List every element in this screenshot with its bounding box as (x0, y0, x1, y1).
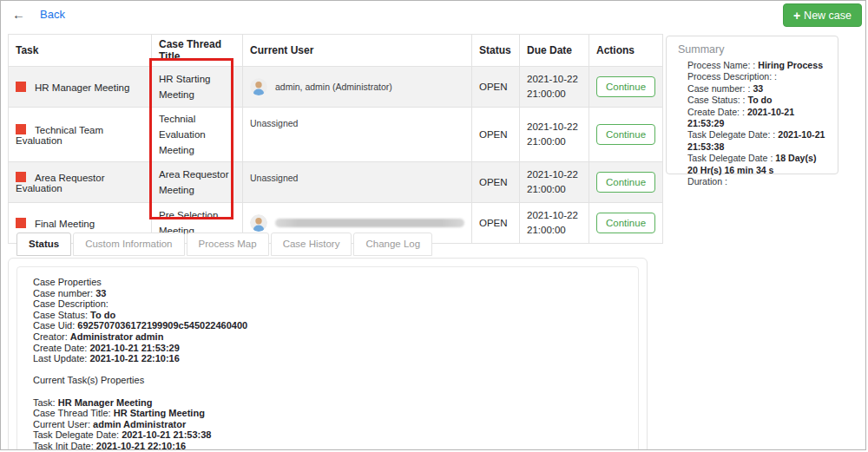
case-properties-lines: Case Properties Case number: 33 Case Des… (33, 277, 622, 450)
new-case-button[interactable]: + New case (783, 3, 862, 27)
column-header-task: Task (9, 35, 152, 67)
new-case-button-label: New case (804, 10, 852, 22)
due-date-value: 2021-10-22 21:00:00 (527, 72, 582, 102)
task-status-icon (16, 218, 26, 228)
status-value: OPEN (472, 162, 520, 203)
summary-property-line: Process Name: : Hiring Process (687, 60, 829, 71)
task-name: Area Requestor Evaluation (16, 173, 105, 193)
property-line: Case Status: To do (33, 310, 622, 321)
back-link-label[interactable]: Back (40, 8, 65, 21)
property-line: Case Thread Title: HR Starting Meeting (33, 408, 622, 419)
column-header-thread-title: Case Thread Title (152, 35, 243, 67)
current-user-name: Unassigned (250, 173, 298, 183)
property-line: Task Delegate Date: 2021-10-21 21:53:38 (33, 429, 622, 441)
case-properties-box: Case Properties Case number: 33 Case Des… (16, 266, 639, 450)
case-thread-title: Area Requestor Meeting (159, 167, 235, 198)
summary-items: Process Name: : Hiring Process Process D… (687, 60, 829, 187)
tab-case-history[interactable]: Case History (271, 233, 352, 256)
task-status-icon (16, 124, 26, 134)
back-arrow-icon[interactable]: ← (12, 7, 25, 22)
column-header-status: Status (472, 35, 520, 67)
task-status-icon (16, 82, 26, 92)
property-line (33, 364, 622, 376)
summary-property-line: Task Delegate Date : 18 Day(s) 20 Hr(s) … (687, 153, 829, 176)
property-line: Current Task(s) Properties (33, 375, 622, 386)
tab-change-log[interactable]: Change Log (353, 233, 432, 256)
tab-process-map[interactable]: Process Map (187, 233, 269, 256)
task-name: Technical Team Evaluation (16, 125, 103, 146)
summary-title: Summary (678, 43, 829, 56)
case-thread-title: Technial Evaluation Meeting (159, 111, 235, 158)
status-tab-content: Case Properties Case number: 33 Case Des… (8, 258, 648, 450)
property-line: Creator: Administrator admin (33, 331, 622, 343)
summary-property-line: Case Status: : To do (687, 95, 829, 106)
property-line: Task Init Date: 2021-10-21 22:10:16 (33, 441, 622, 450)
redacted-user-name (275, 219, 464, 227)
table-header-row: Task Case Thread Title Current User Stat… (9, 35, 663, 67)
due-date-value: 2021-10-22 21:00:00 (527, 120, 582, 149)
property-line: Current User: admin Administrator (33, 419, 622, 430)
tasks-table: Task Case Thread Title Current User Stat… (8, 34, 663, 244)
current-user-name: admin, admin (Administrator) (275, 82, 392, 92)
table-row: HR Manager Meeting HR Starting Meeting a… (9, 67, 663, 108)
property-line (33, 386, 622, 397)
continue-button[interactable]: Continue (596, 213, 655, 233)
tab-bar: Status Custom Information Process Map Ca… (16, 233, 432, 256)
property-line: Last Update: 2021-10-21 22:10:16 (33, 353, 622, 364)
continue-button[interactable]: Continue (596, 76, 655, 97)
summary-panel: Summary Process Name: : Hiring Process P… (666, 36, 838, 174)
status-value: OPEN (472, 67, 520, 108)
status-value: OPEN (472, 108, 520, 162)
table-row: Area Requestor Evaluation Area Requestor… (9, 162, 663, 203)
property-line: Case Properties (33, 277, 622, 288)
column-header-actions: Actions (589, 35, 663, 67)
due-date-value: 2021-10-22 21:00:00 (527, 167, 582, 197)
property-line: Create Date: 2021-10-21 21:53:29 (33, 343, 622, 354)
status-value: OPEN (472, 203, 520, 244)
case-thread-title: HR Starting Meeting (159, 71, 235, 102)
task-name: HR Manager Meeting (35, 82, 129, 93)
summary-property-line: Duration : (687, 176, 829, 187)
property-line: Case Description: (33, 298, 622, 310)
summary-property-line: Task Delegate Date: : 2021-10-21 21:53:3… (687, 129, 829, 153)
tab-custom-information[interactable]: Custom Information (73, 233, 184, 256)
user-avatar-icon (250, 78, 267, 95)
column-header-current-user: Current User (243, 35, 472, 67)
current-user-name: Unassigned (250, 118, 298, 128)
column-header-due-date: Due Date (520, 35, 589, 67)
property-line: Case number: 33 (33, 288, 622, 299)
case-detail-page: ← Back + New case Task Case Thread Title… (0, 0, 866, 450)
plus-icon: + (793, 9, 800, 23)
property-line: Task: HR Manager Meeting (33, 397, 622, 409)
user-avatar-icon (250, 214, 267, 232)
continue-button[interactable]: Continue (596, 124, 655, 145)
task-name: Final Meeting (35, 219, 95, 229)
due-date-value: 2021-10-22 21:00:00 (527, 208, 582, 238)
summary-property-line: Create Date: : 2021-10-21 21:53:29 (687, 107, 829, 130)
summary-property-line: Process Description: : (687, 71, 829, 82)
table-row: Technical Team Evaluation Technial Evalu… (9, 108, 663, 162)
tab-status[interactable]: Status (16, 233, 71, 256)
property-line: Case Uid: 6925707036172199909c5450224604… (33, 320, 622, 331)
continue-button[interactable]: Continue (596, 172, 655, 193)
task-status-icon (16, 172, 26, 182)
back-link[interactable]: ← Back (12, 7, 65, 22)
summary-property-line: Case number: : 33 (687, 83, 829, 95)
